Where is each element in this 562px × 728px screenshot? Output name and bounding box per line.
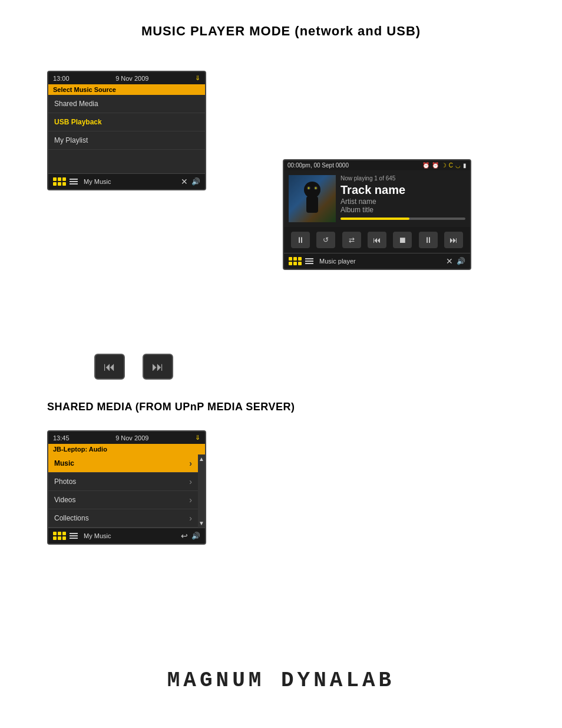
moon-icon: ☽ <box>441 162 447 169</box>
shuffle-button[interactable]: ⇄ <box>342 232 361 248</box>
screen1-menu-usb-playback[interactable]: USB Playback <box>48 113 205 131</box>
videos-arrow-icon: › <box>189 495 192 505</box>
progress-bar-container <box>340 218 465 220</box>
screen2-volume-icon[interactable]: 🔊 <box>457 257 465 265</box>
screen3-container: 13:45 9 Nov 2009 ⇓ JB-Leptop: Audio Musi… <box>47 430 206 545</box>
progress-bar-fill <box>340 218 409 220</box>
screen3-footer: My Music ↩ 🔊 <box>48 528 205 543</box>
music-arrow-icon: › <box>189 459 192 468</box>
screen3-menu-videos[interactable]: Videos › <box>48 491 198 509</box>
screen3-date: 9 Nov 2009 <box>115 434 148 442</box>
screen2-status-icons: ⏰ ⏰ ☽ C ◡ ▮ <box>422 162 467 169</box>
screen1-footer: My Music ✕ 🔊 <box>48 173 205 189</box>
screen3-menu-music[interactable]: Music › <box>48 454 198 473</box>
screen2-footer-logo <box>289 257 302 265</box>
next-button[interactable]: ⏭ <box>444 232 463 248</box>
screen3: 13:45 9 Nov 2009 ⇓ JB-Leptop: Audio Musi… <box>47 430 206 545</box>
screen3-section-title: JB-Leptop: Audio <box>48 444 205 454</box>
footer-menu-icon <box>70 179 78 185</box>
svg-point-2 <box>304 182 320 198</box>
screen3-menu-photos[interactable]: Photos › <box>48 473 198 491</box>
screen3-menu-list: Music › Photos › Videos › Collections › … <box>48 454 205 528</box>
screen2-datetime: 00:00pm, 00 Sept 0000 <box>287 162 349 169</box>
screen1-time: 13:00 <box>53 75 70 82</box>
alarm2-icon: ⏰ <box>432 162 439 169</box>
album-title: Album title <box>340 206 465 214</box>
c-icon: C <box>449 162 453 169</box>
scroll-down-arrow[interactable]: ▼ <box>199 520 204 526</box>
shared-media-title: SHARED MEDIA (FROM UPnP MEDIA SERVER) <box>47 401 295 413</box>
skip-next-button[interactable]: ⏭ <box>143 354 173 380</box>
now-playing-info: Now playing 1 of 645 Track name Artist n… <box>340 175 465 222</box>
screen3-menu-collections[interactable]: Collections › <box>48 509 198 528</box>
skip-buttons-container: ⏮ ⏭ <box>94 354 173 380</box>
screen1-menu-shared-media[interactable]: Shared Media <box>48 95 205 113</box>
playback-controls: ⏸ ↺ ⇄ ⏮ ⏹ ⏸ ⏭ <box>284 227 470 253</box>
artist-name: Artist name <box>340 197 465 206</box>
screen1-menu-my-playlist[interactable]: My Playlist <box>48 131 205 150</box>
album-art-image <box>289 175 336 222</box>
screen3-antenna-icon: ⇓ <box>195 434 200 442</box>
page-title: MUSIC PLAYER MODE (network and USB) <box>0 0 562 51</box>
screen1-container: 13:00 9 Nov 2009 ⇓ Select Music Source S… <box>47 71 206 190</box>
svg-point-6 <box>308 187 310 189</box>
scrollbar[interactable]: ▲ ▼ <box>198 454 205 528</box>
skip-next-icon: ⏭ <box>152 360 164 374</box>
play-pause-button[interactable]: ⏸ <box>419 232 438 248</box>
screen3-footer-logo <box>53 532 66 540</box>
page-footer: MAGNUM DYNALAB <box>0 668 562 693</box>
screen3-footer-menu-icon <box>70 533 78 539</box>
screen1-section-title: Select Music Source <box>48 84 205 95</box>
screen2-container: 00:00pm, 00 Sept 0000 ⏰ ⏰ ☽ C ◡ ▮ <box>283 159 471 270</box>
stop-button[interactable]: ⏹ <box>393 232 412 248</box>
screen1-header: 13:00 9 Nov 2009 ⇓ <box>48 72 205 84</box>
photos-arrow-icon: › <box>189 477 192 486</box>
track-name: Track name <box>340 183 465 196</box>
repeat-button[interactable]: ↺ <box>316 232 335 248</box>
footer-logo-dots <box>53 177 66 186</box>
screen3-footer-label: My Music <box>84 532 177 539</box>
screen2-close-button[interactable]: ✕ <box>446 256 453 266</box>
svg-point-7 <box>315 187 317 189</box>
screen1-footer-label: My Music <box>84 178 177 185</box>
screen3-header: 13:45 9 Nov 2009 ⇓ <box>48 431 205 444</box>
scroll-up-arrow[interactable]: ▲ <box>199 456 204 462</box>
album-art <box>289 175 336 222</box>
alarm1-icon: ⏰ <box>422 162 429 169</box>
screen2-footer-menu-icon <box>305 258 313 264</box>
prev-button[interactable]: ⏮ <box>368 232 386 248</box>
svg-rect-3 <box>306 196 318 213</box>
screen1-volume-icon[interactable]: 🔊 <box>191 177 200 186</box>
screen3-volume-icon[interactable]: 🔊 <box>191 532 200 540</box>
collections-arrow-icon: › <box>189 513 192 523</box>
now-playing-count: Now playing 1 of 645 <box>340 175 465 182</box>
screen1-antenna-icon: ⇓ <box>195 74 200 82</box>
screen3-time: 13:45 <box>53 434 70 442</box>
skip-prev-icon: ⏮ <box>104 360 115 374</box>
skip-prev-button[interactable]: ⏮ <box>94 354 125 380</box>
brand-logo: MAGNUM DYNALAB <box>0 668 562 693</box>
pause-button[interactable]: ⏸ <box>291 232 310 248</box>
screen1-date: 9 Nov 2009 <box>115 75 148 82</box>
screen2: 00:00pm, 00 Sept 0000 ⏰ ⏰ ☽ C ◡ ▮ <box>283 159 471 270</box>
screen2-header: 00:00pm, 00 Sept 0000 ⏰ ⏰ ☽ C ◡ ▮ <box>284 160 470 170</box>
now-playing-area: Now playing 1 of 645 Track name Artist n… <box>284 170 470 227</box>
screen2-footer: Music player ✕ 🔊 <box>284 253 470 269</box>
battery-icon: ▮ <box>463 162 467 169</box>
screen1-close-button[interactable]: ✕ <box>181 177 188 186</box>
screen1: 13:00 9 Nov 2009 ⇓ Select Music Source S… <box>47 71 206 190</box>
screen3-back-button[interactable]: ↩ <box>181 531 188 541</box>
wifi-icon: ◡ <box>455 162 461 169</box>
screen2-footer-label: Music player <box>319 258 442 265</box>
